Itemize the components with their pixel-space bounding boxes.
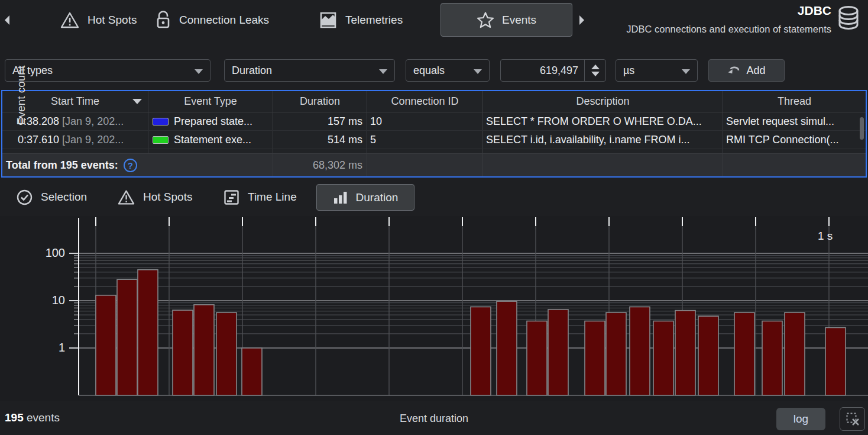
event-type-select[interactable]: All types [5, 59, 210, 82]
table-header-row: Start Time Event Type Duration Connectio… [2, 91, 866, 112]
histogram-bar[interactable] [117, 279, 137, 395]
column-header-duration[interactable]: Duration [273, 91, 367, 112]
event-type-select-value: All types [5, 65, 53, 77]
tab-time-line[interactable]: Time Line [224, 182, 297, 212]
histogram-bar[interactable] [471, 307, 491, 396]
histogram-bar[interactable] [785, 312, 805, 395]
histogram-bar[interactable] [606, 312, 626, 395]
log-scale-button[interactable]: log [776, 408, 825, 430]
histogram-bar[interactable] [675, 311, 695, 395]
table-row-partial [2, 149, 866, 154]
chevron-down-icon [379, 69, 387, 74]
sort-descending-icon [132, 99, 142, 104]
tab-connection-leaks[interactable]: Connection Leaks [156, 0, 269, 40]
tab-label: Duration [356, 191, 399, 204]
stepper-up-icon[interactable] [591, 65, 600, 69]
deselect-icon [845, 411, 860, 427]
histogram-bar[interactable] [585, 321, 605, 396]
stepper-down-icon[interactable] [591, 72, 600, 76]
chevron-down-icon [682, 69, 690, 74]
y-tick-1: 1 [18, 341, 65, 355]
histogram-bar[interactable] [653, 321, 673, 396]
histogram-bar[interactable] [497, 301, 517, 395]
star-icon [477, 11, 494, 29]
value-stepper[interactable] [584, 60, 605, 81]
histogram-bar[interactable] [194, 305, 214, 395]
histogram-bar[interactable] [96, 295, 116, 395]
x-axis-end-label: 1 s [818, 230, 833, 243]
tab-hot-spots-top[interactable]: Hot Spots [60, 0, 137, 40]
telemetry-icon [319, 11, 337, 29]
help-icon[interactable]: ? [124, 159, 137, 172]
histogram-bar[interactable] [242, 348, 262, 395]
column-header-description[interactable]: Description [483, 91, 723, 112]
table-row[interactable]: 0:38.208 [Jan 9, 202... Prepared state..… [2, 112, 866, 131]
histogram-bar[interactable] [216, 312, 237, 395]
histogram-bar[interactable] [698, 316, 718, 395]
y-tick-100: 100 [18, 246, 65, 260]
chevron-down-icon [195, 69, 203, 74]
clear-selection-button[interactable] [840, 407, 865, 431]
histogram-bar[interactable] [825, 328, 846, 396]
x-axis-label: Event duration [0, 413, 868, 425]
tab-label: Connection Leaks [179, 14, 269, 27]
table-row[interactable]: 0:37.610 [Jan 9, 202... Statement exe...… [2, 131, 866, 149]
histogram-bar[interactable] [630, 307, 650, 396]
chevron-right-icon [578, 15, 585, 25]
tab-label: Telemetries [345, 14, 403, 27]
jdbc-events-view: Hot Spots Connection Leaks Telemetries E… [0, 0, 868, 435]
filter-value-input[interactable]: 619,497 [500, 59, 606, 82]
event-type-color-swatch [153, 118, 169, 125]
check-circle-icon [17, 189, 33, 205]
y-axis-label: Event count [15, 36, 28, 154]
histogram-bar[interactable] [527, 321, 547, 396]
filter-operator-select-value: equals [406, 65, 445, 77]
tab-label: Selection [41, 191, 87, 204]
table-total-row: Total from 195 events: ? 68,302 ms [2, 154, 866, 176]
histogram-bar[interactable] [762, 321, 782, 396]
lock-icon [156, 11, 171, 30]
bar-chart-icon [333, 191, 348, 205]
tab-duration-selected[interactable]: Duration [316, 184, 414, 211]
filter-field-select-value: Duration [225, 65, 272, 77]
histogram-bar[interactable] [548, 310, 568, 395]
duration-histogram[interactable] [0, 216, 868, 401]
tab-label: Events [502, 14, 536, 27]
event-type-color-swatch [153, 136, 169, 144]
column-header-connection-id[interactable]: Connection ID [367, 91, 483, 112]
filter-operator-select[interactable]: equals [406, 59, 490, 82]
scroll-tabs-right-button[interactable] [577, 14, 587, 27]
chevron-left-icon [4, 15, 11, 25]
chevron-down-icon [474, 69, 482, 74]
filter-value: 619,497 [501, 65, 584, 77]
tab-label: Hot Spots [143, 191, 192, 204]
scroll-tabs-left-button[interactable] [2, 14, 12, 27]
page-subtitle: JDBC connections and execution of statem… [626, 24, 831, 35]
tab-label: Time Line [248, 191, 297, 204]
tab-label: Hot Spots [88, 14, 137, 27]
add-button-label: Add [746, 65, 765, 77]
tab-events-selected[interactable]: Events [441, 3, 572, 37]
tab-hot-spots-bottom[interactable]: Hot Spots [118, 182, 192, 212]
histogram-bar[interactable] [734, 312, 754, 395]
tab-telemetries[interactable]: Telemetries [319, 0, 403, 40]
y-tick-10: 10 [18, 294, 65, 307]
timeline-icon [224, 189, 239, 205]
filter-unit-select-value: µs [616, 65, 634, 77]
filter-field-select[interactable]: Duration [224, 59, 395, 82]
table-scrollbar[interactable] [860, 117, 864, 140]
page-title: JDBC [798, 4, 831, 18]
tab-selection[interactable]: Selection [17, 182, 87, 212]
column-header-event-type[interactable]: Event Type [148, 91, 273, 112]
histogram-bar[interactable] [173, 310, 193, 395]
database-icon [835, 4, 862, 31]
warning-icon [60, 11, 79, 29]
histogram-bar[interactable] [138, 270, 158, 395]
add-arrow-icon [727, 66, 740, 75]
column-header-thread[interactable]: Thread [723, 91, 866, 112]
warning-icon [118, 189, 135, 205]
events-table[interactable]: Start Time Event Type Duration Connectio… [1, 90, 867, 178]
filter-unit-select[interactable]: µs [616, 59, 698, 82]
add-filter-button[interactable]: Add [708, 59, 785, 82]
histogram-canvas[interactable] [0, 216, 868, 401]
